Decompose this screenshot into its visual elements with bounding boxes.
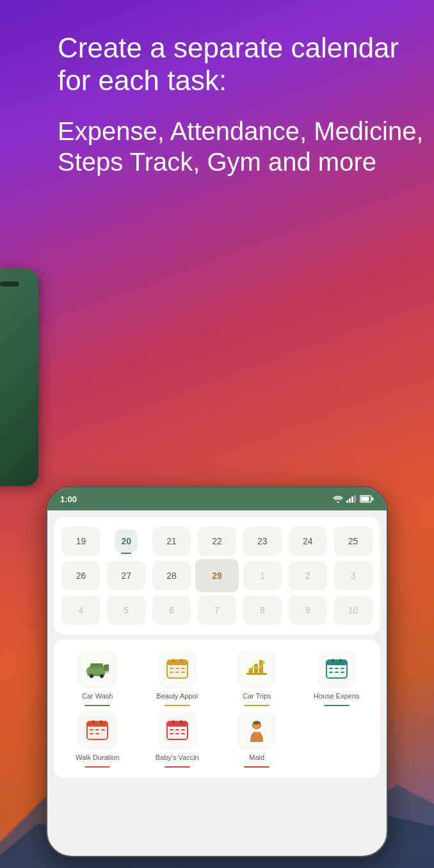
cal-day-26[interactable]: 26 (59, 559, 103, 592)
car-trips-underline (244, 705, 269, 706)
task-empty (300, 711, 374, 768)
task-house-expense-label: House Expens (314, 692, 360, 700)
status-time: 1:00 (60, 494, 77, 504)
svg-rect-43 (92, 720, 95, 724)
svg-rect-35 (329, 668, 333, 669)
svg-rect-47 (101, 729, 105, 730)
svg-rect-36 (335, 668, 339, 669)
task-walk-duration[interactable]: Walk Duration (60, 711, 135, 768)
svg-rect-46 (95, 729, 99, 730)
car-wash-icon-box (78, 650, 117, 688)
cal-day-29[interactable]: 29 (195, 559, 239, 592)
task-car-wash[interactable]: Car Wash (60, 650, 135, 706)
hero-subtitle: Expense, Attendance, Medicine, Steps Tra… (58, 116, 434, 177)
house-expense-icon (325, 658, 348, 681)
phone-left-notch (0, 281, 19, 287)
task-house-expense[interactable]: House Expens (300, 650, 374, 706)
phone-main: 1:00 19 (46, 486, 388, 857)
svg-rect-3 (349, 498, 351, 503)
svg-rect-26 (246, 673, 267, 675)
status-icons (333, 495, 374, 503)
cal-day-28[interactable]: 28 (150, 559, 194, 592)
beauty-icon-box (158, 650, 197, 688)
svg-point-62 (253, 721, 261, 725)
svg-rect-19 (180, 659, 182, 663)
battery-icon (360, 495, 374, 503)
task-beauty[interactable]: Beauty Appoi (140, 650, 215, 706)
svg-rect-2 (346, 500, 348, 503)
hero-section: Create a separate calendar for each task… (58, 32, 434, 177)
calendar-area: 19 20 21 22 23 24 25 26 27 28 29 1 2 3 4… (54, 517, 380, 635)
car-wash-underline (84, 705, 110, 706)
svg-rect-18 (172, 659, 175, 663)
cal-day-6[interactable]: 6 (150, 594, 194, 627)
cal-day-21[interactable]: 21 (150, 525, 194, 558)
svg-rect-48 (90, 733, 93, 734)
tasks-row2: Walk Duration (60, 711, 374, 768)
task-beauty-label: Beauty Appoi (156, 692, 198, 700)
svg-rect-58 (175, 733, 179, 734)
svg-rect-45 (90, 729, 93, 730)
svg-rect-56 (181, 729, 185, 730)
svg-rect-55 (175, 729, 179, 730)
cal-day-10[interactable]: 10 (331, 594, 375, 627)
svg-rect-53 (180, 720, 182, 724)
cal-day-3[interactable]: 3 (331, 559, 375, 592)
svg-rect-54 (170, 729, 173, 730)
house-expense-underline (324, 705, 350, 706)
svg-rect-37 (341, 668, 344, 669)
car-trips-icon-box (237, 650, 276, 688)
cal-day-23[interactable]: 23 (240, 525, 284, 558)
cal-day-8[interactable]: 8 (240, 594, 284, 627)
task-car-trips[interactable]: Car Trips (220, 650, 294, 706)
cal-day-7[interactable]: 7 (195, 594, 239, 627)
baby-vaccine-icon (166, 719, 189, 742)
svg-rect-25 (181, 672, 185, 673)
cal-day-19[interactable]: 19 (59, 525, 103, 558)
beauty-icon (166, 658, 189, 681)
task-baby-vaccine[interactable]: Baby's Vaccin (140, 711, 215, 768)
task-car-wash-label: Car Wash (82, 692, 113, 700)
svg-rect-40 (341, 672, 344, 673)
cal-day-9[interactable]: 9 (285, 594, 330, 627)
walk-duration-icon-box (78, 711, 117, 750)
svg-rect-20 (170, 668, 173, 669)
svg-rect-42 (87, 722, 108, 727)
cal-day-4[interactable]: 4 (59, 594, 103, 627)
task-baby-vaccine-label: Baby's Vaccin (156, 754, 199, 761)
cal-day-25[interactable]: 25 (331, 525, 375, 558)
house-expense-icon-box (317, 650, 356, 688)
svg-point-12 (100, 674, 104, 678)
svg-rect-38 (329, 672, 333, 673)
task-maid[interactable]: Maid (220, 711, 294, 768)
baby-vaccine-underline (165, 766, 190, 768)
cal-day-20[interactable]: 20 (104, 525, 149, 558)
hero-title: Create a separate calendar for each task… (58, 32, 434, 97)
calendar-grid: 19 20 21 22 23 24 25 26 27 28 29 1 2 3 4… (59, 525, 375, 627)
signal-icon (346, 495, 357, 503)
task-maid-label: Maid (249, 754, 264, 761)
cal-day-22[interactable]: 22 (195, 525, 239, 558)
wifi-icon (333, 495, 343, 503)
svg-rect-57 (170, 733, 173, 734)
svg-rect-17 (167, 660, 188, 665)
cal-day-27[interactable]: 27 (104, 559, 149, 592)
svg-rect-39 (335, 672, 339, 673)
svg-rect-52 (172, 720, 175, 724)
svg-rect-44 (100, 720, 102, 724)
svg-rect-8 (372, 498, 374, 501)
svg-rect-24 (175, 672, 179, 673)
car-trips-icon (245, 658, 268, 681)
task-walk-duration-label: Walk Duration (76, 754, 120, 761)
cal-day-5[interactable]: 5 (104, 594, 149, 627)
svg-rect-51 (167, 722, 188, 727)
cal-day-2[interactable]: 2 (285, 559, 330, 592)
walk-duration-icon (86, 719, 109, 742)
tasks-area: Car Wash (54, 640, 380, 778)
svg-rect-4 (351, 496, 353, 503)
cal-day-24[interactable]: 24 (285, 525, 330, 558)
svg-rect-49 (95, 733, 99, 734)
cal-day-1[interactable]: 1 (240, 559, 284, 592)
svg-rect-59 (181, 733, 185, 734)
maid-underline (244, 766, 269, 768)
